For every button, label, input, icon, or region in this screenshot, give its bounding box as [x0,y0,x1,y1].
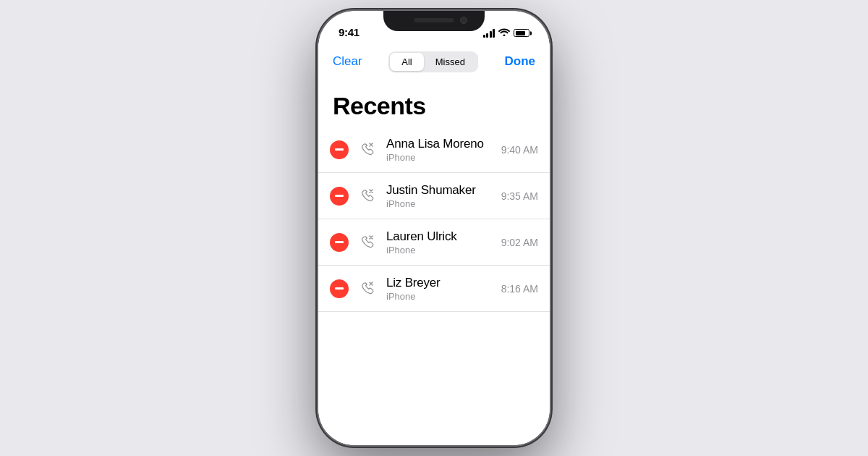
signal-bars-icon [483,29,495,38]
delete-button[interactable] [330,233,349,252]
status-time: 9:41 [339,26,359,38]
status-icons [483,28,530,38]
nav-bar: Clear All Missed Done [318,43,550,80]
call-row[interactable]: Liz Breyer iPhone 8:16 AM [318,266,550,312]
call-name: Anna Lisa Moreno [386,137,494,151]
call-icon [356,138,379,161]
call-info: Justin Shumaker iPhone [386,183,494,209]
page-title: Recents [333,92,535,120]
call-type: iPhone [386,245,494,256]
call-name: Lauren Ulrick [386,229,494,244]
segment-missed-button[interactable]: Missed [424,53,477,71]
done-button[interactable]: Done [504,54,535,69]
call-name: Liz Breyer [386,276,494,290]
call-icon [356,231,379,254]
battery-icon [514,29,529,37]
call-type: iPhone [386,152,494,163]
call-icon [356,277,379,300]
call-type: iPhone [386,198,494,209]
delete-button[interactable] [330,279,349,298]
page-title-section: Recents [318,80,550,126]
segment-control: All Missed [388,51,478,72]
call-time: 9:02 AM [501,237,538,248]
call-info: Anna Lisa Moreno iPhone [386,137,494,163]
segment-all-button[interactable]: All [390,53,423,71]
call-time: 9:35 AM [501,190,538,202]
notch [383,11,485,31]
call-info: Lauren Ulrick iPhone [386,229,494,256]
call-row[interactable]: Justin Shumaker iPhone 9:35 AM [318,173,550,219]
wifi-icon [498,28,510,38]
delete-button[interactable] [330,140,349,159]
call-name: Justin Shumaker [386,183,494,198]
speaker [414,18,454,22]
phone-frame: 9:41 [318,11,550,445]
phone-screen: 9:41 [318,11,550,445]
call-row[interactable]: Anna Lisa Moreno iPhone 9:40 AM [318,127,550,173]
call-time: 8:16 AM [501,283,538,295]
call-list: Anna Lisa Moreno iPhone 9:40 AM [318,127,550,445]
delete-button[interactable] [330,187,349,206]
camera [460,17,467,24]
phone-device: 9:41 [318,11,550,445]
call-row[interactable]: Lauren Ulrick iPhone 9:02 AM [318,219,550,266]
call-icon [356,185,379,208]
call-time: 9:40 AM [501,144,538,156]
call-info: Liz Breyer iPhone [386,276,494,302]
clear-button[interactable]: Clear [333,54,362,69]
call-type: iPhone [386,291,494,302]
